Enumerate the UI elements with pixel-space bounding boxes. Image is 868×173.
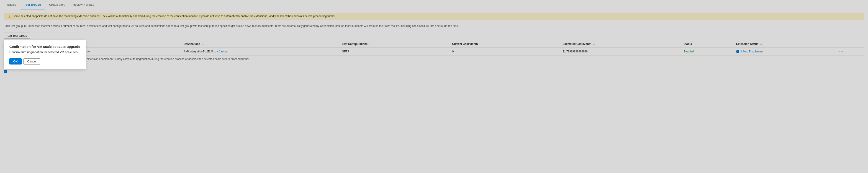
modal-title: Confirmation for VM scale set auto upgra…	[9, 45, 80, 49]
confirmation-modal: Confirmation for VM scale set auto upgra…	[4, 40, 86, 69]
modal-body: Confirm auto upgradation for selected VM…	[9, 50, 80, 54]
modal-ok-button[interactable]: OK	[9, 58, 22, 64]
modal-overlay: Confirmation for VM scale set auto upgra…	[0, 0, 868, 76]
modal-cancel-button[interactable]: Cancel	[24, 58, 40, 64]
modal-buttons: OK Cancel	[9, 58, 80, 64]
